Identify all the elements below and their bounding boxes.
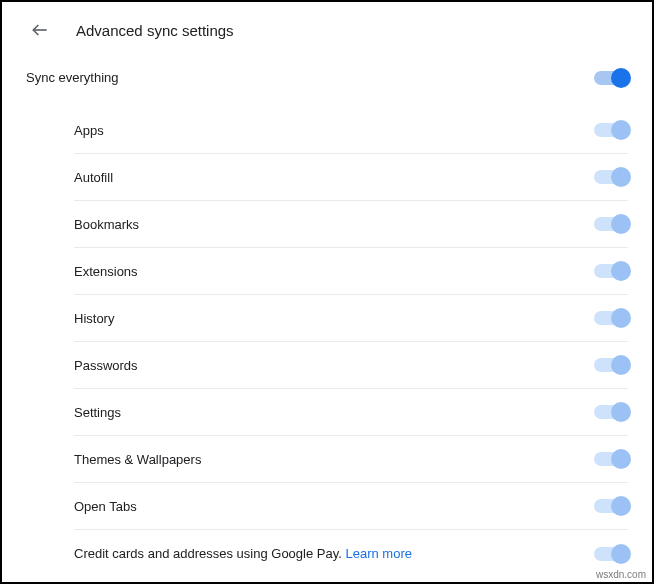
sync-everything-label: Sync everything	[26, 70, 119, 85]
sync-item-toggle	[594, 217, 628, 231]
sync-item-row: Autofill	[74, 154, 628, 201]
sync-item-toggle	[594, 358, 628, 372]
sync-item-label: Autofill	[74, 170, 113, 185]
sync-item-row: Settings	[74, 389, 628, 436]
sync-item-label: Bookmarks	[74, 217, 139, 232]
sync-item-row: Credit cards and addresses using Google …	[74, 530, 628, 577]
sync-item-toggle	[594, 547, 628, 561]
sync-item-label: Open Tabs	[74, 499, 137, 514]
sync-item-row: Open Tabs	[74, 483, 628, 530]
sync-everything-row: Sync everything	[2, 50, 652, 107]
back-arrow-icon[interactable]	[30, 20, 50, 40]
sync-item-toggle	[594, 452, 628, 466]
sync-item-row: Themes & Wallpapers	[74, 436, 628, 483]
sync-item-toggle	[594, 405, 628, 419]
sync-item-label: Settings	[74, 405, 121, 420]
sync-item-row: Passwords	[74, 342, 628, 389]
sync-item-label: Themes & Wallpapers	[74, 452, 201, 467]
sync-item-label: Extensions	[74, 264, 138, 279]
sync-item-row: Bookmarks	[74, 201, 628, 248]
sync-item-toggle	[594, 170, 628, 184]
sync-item-label: Apps	[74, 123, 104, 138]
sync-item-label: History	[74, 311, 114, 326]
sync-item-toggle	[594, 264, 628, 278]
sync-item-label: Credit cards and addresses using Google …	[74, 546, 412, 561]
sync-item-toggle	[594, 311, 628, 325]
sync-item-toggle	[594, 123, 628, 137]
sync-item-toggle	[594, 499, 628, 513]
sync-item-label: Passwords	[74, 358, 138, 373]
sync-everything-toggle[interactable]	[594, 71, 628, 85]
sync-item-row: Apps	[74, 107, 628, 154]
page-header: Advanced sync settings	[2, 2, 652, 50]
watermark-text: wsxdn.com	[594, 569, 648, 580]
sync-items-list: AppsAutofillBookmarksExtensionsHistoryPa…	[2, 107, 652, 577]
learn-more-link[interactable]: Learn more	[345, 546, 411, 561]
page-title: Advanced sync settings	[76, 22, 234, 39]
sync-item-row: Extensions	[74, 248, 628, 295]
sync-item-row: History	[74, 295, 628, 342]
